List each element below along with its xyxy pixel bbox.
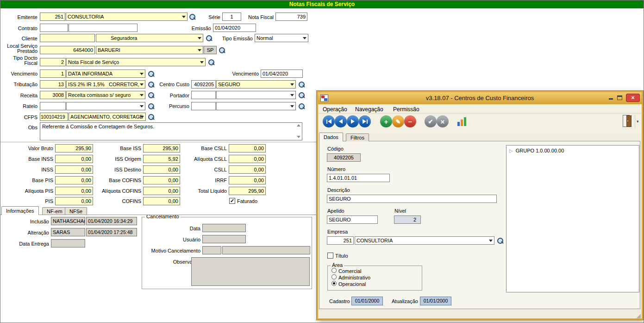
radio-administrativo[interactable] xyxy=(331,274,337,279)
search-icon[interactable] xyxy=(298,81,305,88)
local-servico-code-field[interactable]: 6454000 xyxy=(40,46,95,54)
cliente-combobox[interactable]: Seguradora xyxy=(96,34,203,42)
cancelamento-usuario-field[interactable] xyxy=(202,235,246,243)
next-record-button[interactable] xyxy=(347,115,359,127)
search-icon[interactable] xyxy=(497,237,504,244)
minimize-icon[interactable] xyxy=(609,98,613,100)
tipo-docto-code-field[interactable]: 2 xyxy=(40,58,66,66)
search-icon[interactable] xyxy=(298,103,305,110)
search-icon[interactable] xyxy=(189,13,196,20)
percurso-code-field[interactable] xyxy=(191,102,216,110)
last-record-button[interactable] xyxy=(359,115,371,127)
numero-field[interactable]: 1.4.01.01.01 xyxy=(327,174,390,182)
menu-operacao[interactable]: Operação xyxy=(323,106,347,113)
aliquota-pis-field[interactable]: 0,00 xyxy=(55,187,93,195)
vencimento-code-field[interactable]: 1 xyxy=(40,70,66,78)
vencimento-date-field[interactable]: 01/04/2020 xyxy=(261,70,303,78)
tipo-emissao-combobox[interactable]: Normal xyxy=(255,34,308,42)
cfps-code-field[interactable]: 100104219 xyxy=(40,113,68,121)
contrato-desc-field[interactable] xyxy=(69,24,138,32)
centro-custo-code-field[interactable]: 4092205 xyxy=(191,80,216,89)
tab-informacoes[interactable]: Informações xyxy=(1,206,39,215)
inclusao-user-field[interactable]: NATHASCHA( xyxy=(51,217,85,225)
cadastro-field[interactable]: 01/01/2000 xyxy=(351,297,383,305)
local-servico-combobox[interactable]: BARUERI xyxy=(96,46,203,54)
irrf-field[interactable]: 0,00 xyxy=(229,176,266,184)
base-inss-field[interactable]: 0,00 xyxy=(55,155,93,163)
search-icon[interactable] xyxy=(208,59,215,66)
vencimento-combobox[interactable]: DATA INFORMADA xyxy=(66,70,145,78)
edit-button[interactable]: ✎ xyxy=(392,115,404,127)
nota-fiscal-field[interactable]: 739 xyxy=(275,13,307,21)
inclusao-datetime-field[interactable]: 01/04/2020 16:34:29 xyxy=(86,217,137,225)
motivo-cancelamento-desc-field[interactable] xyxy=(222,246,310,254)
emissao-field[interactable]: 01/04/2020 xyxy=(213,24,256,32)
search-icon[interactable] xyxy=(148,114,155,120)
valor-bruto-field[interactable]: 295,90 xyxy=(55,144,93,152)
first-record-button[interactable] xyxy=(323,115,335,127)
receita-code-field[interactable]: 3008 xyxy=(40,91,66,99)
menu-permissao[interactable]: Permissão xyxy=(393,106,419,113)
tributacao-combobox[interactable]: ISS 2% IR 1,5% CORRETOR, xyxy=(66,80,145,89)
add-button[interactable]: + xyxy=(380,115,392,127)
base-pis-field[interactable]: 0,00 xyxy=(55,176,93,184)
data-entrega-field[interactable] xyxy=(51,239,85,247)
receita-combobox[interactable]: Receita comissao s/ seguro xyxy=(66,91,145,99)
radio-comercial[interactable] xyxy=(331,268,337,273)
inss-field[interactable]: 0,00 xyxy=(55,165,93,174)
nivel-field[interactable]: 2 xyxy=(394,215,421,224)
toolbar-overflow-icon[interactable]: ▾ xyxy=(637,119,639,124)
cancelamento-data-field[interactable] xyxy=(202,224,246,232)
search-icon[interactable] xyxy=(219,47,225,54)
cancelamento-observacao-field[interactable] xyxy=(191,257,310,286)
maximize-icon[interactable] xyxy=(617,95,622,100)
obs-textarea[interactable]: Referente á Comissão e Corretagem de Seg… xyxy=(40,122,302,140)
centro-custo-combobox[interactable]: SEGURO xyxy=(216,80,296,89)
search-icon[interactable] xyxy=(148,81,155,88)
empresa-code-field[interactable]: 251 xyxy=(327,236,354,245)
faturado-checkbox[interactable]: ✓ xyxy=(229,198,235,204)
tab-dados[interactable]: Dados xyxy=(319,133,343,141)
close-icon[interactable]: × xyxy=(626,94,640,102)
search-icon[interactable] xyxy=(148,92,155,99)
uf-field[interactable]: SP xyxy=(204,46,217,54)
tab-nf-em[interactable]: NF-em xyxy=(42,207,67,215)
rateio-code-field[interactable] xyxy=(40,102,66,110)
radio-operacional[interactable] xyxy=(331,281,337,286)
resize-grip[interactable]: ◢ xyxy=(637,313,641,318)
alteracao-user-field[interactable]: SARAS xyxy=(51,228,85,236)
search-icon[interactable] xyxy=(206,35,213,42)
aliquota-csll-field[interactable]: 0,00 xyxy=(229,155,266,163)
portador-code-field[interactable] xyxy=(191,91,216,99)
emitente-code-field[interactable]: 251 xyxy=(40,13,65,21)
apelido-field[interactable]: SEGURO xyxy=(327,215,378,224)
descricao-field[interactable]: SEGURO xyxy=(327,195,497,203)
cfps-combobox[interactable]: AGENCIAMENTO, CORRETAGE xyxy=(69,113,146,121)
scroll-down-icon[interactable] xyxy=(297,136,300,138)
tributacao-code-field[interactable]: 13 xyxy=(40,80,66,89)
search-icon[interactable] xyxy=(148,70,155,77)
codigo-field[interactable]: 4092205 xyxy=(327,153,361,162)
cliente-code-field[interactable] xyxy=(40,34,95,42)
dialog-titlebar[interactable]: v3.18.07 - Centros de Custo Financeiros … xyxy=(318,92,642,104)
scroll-up-icon[interactable] xyxy=(297,124,300,127)
tab-nfse[interactable]: NFSe xyxy=(65,207,87,215)
tipo-docto-combobox[interactable]: Nota Fiscal de Serviço xyxy=(66,58,206,66)
tree-item-grupo[interactable]: ▷ GRUPO 1.0.00.00.00 xyxy=(509,148,564,153)
percurso-combobox[interactable] xyxy=(216,102,296,110)
cofins-field[interactable]: 0,00 xyxy=(143,197,180,205)
alteracao-datetime-field[interactable]: 01/04/2020 17:25:48 xyxy=(86,228,137,236)
confirm-button[interactable]: ✔ xyxy=(425,115,437,127)
empresa-combobox[interactable]: CONSULTORIA xyxy=(355,236,494,245)
serie-field[interactable]: 1 xyxy=(222,13,241,21)
search-icon[interactable] xyxy=(148,103,155,110)
tab-filtros[interactable]: Filtros xyxy=(346,133,369,141)
contrato-code-field[interactable] xyxy=(40,24,68,32)
emitente-combobox[interactable]: CONSULTORIA xyxy=(66,13,188,21)
exit-door-icon[interactable] xyxy=(623,115,633,127)
main-window-titlebar[interactable]: Notas Fiscais de Serviço xyxy=(0,0,644,8)
base-csll-field[interactable]: 0,00 xyxy=(229,144,266,152)
bar-chart-icon[interactable] xyxy=(457,116,467,127)
portador-combobox[interactable] xyxy=(216,91,296,99)
csll-field[interactable]: 0,00 xyxy=(229,165,266,174)
